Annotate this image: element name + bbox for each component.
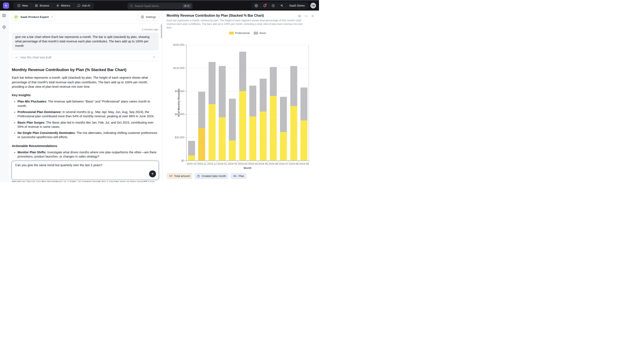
bar-segment-professional[interactable] bbox=[209, 104, 216, 160]
bar-2024-08 bbox=[290, 45, 297, 160]
bar-segment-basic[interactable] bbox=[219, 66, 226, 117]
x-axis-title: Month bbox=[186, 166, 309, 170]
bar-2024-01 bbox=[219, 45, 226, 160]
chart-panel-title: Monthly Revenue Contribution by Plan (St… bbox=[167, 14, 315, 18]
settings-gear-button[interactable] bbox=[252, 3, 260, 9]
chart-legend: ProfessionalBasic bbox=[186, 32, 309, 34]
x-tick bbox=[258, 161, 258, 162]
how-chart-built-toggle[interactable]: How this chart was built bbox=[12, 54, 159, 61]
nav-ask-ai-button[interactable]: Ask AI bbox=[74, 3, 94, 9]
bar-segment-professional[interactable] bbox=[219, 117, 226, 160]
nav-browse-label: Browse bbox=[40, 4, 49, 7]
workspace-name[interactable]: SaaS Demo bbox=[286, 3, 308, 9]
chart-line-icon bbox=[15, 56, 18, 59]
bar-segment-professional[interactable] bbox=[239, 91, 246, 160]
eye-icon[interactable] bbox=[298, 14, 301, 18]
key-insights-heading: Key Insights bbox=[12, 93, 159, 97]
send-button[interactable] bbox=[149, 170, 156, 177]
bar-segment-basic[interactable] bbox=[198, 92, 205, 128]
new-thread-icon[interactable] bbox=[2, 25, 6, 29]
calendar-icon bbox=[197, 174, 200, 178]
chat-scrollbar-thumb[interactable] bbox=[161, 24, 162, 38]
help-button[interactable] bbox=[269, 3, 277, 9]
user-message: give me a bar chart where Each bar repre… bbox=[12, 32, 159, 50]
legend-label: Professional bbox=[235, 32, 250, 34]
search-icon bbox=[130, 4, 133, 8]
agent-selector[interactable]: SP SaaS Product Expert bbox=[12, 13, 56, 21]
agent-name: SaaS Product Expert bbox=[21, 16, 49, 18]
y-tick-label: $150,000 bbox=[167, 43, 184, 46]
legend-item-professional[interactable]: Professional bbox=[229, 32, 250, 34]
bar-segment-professional[interactable] bbox=[229, 140, 236, 160]
nav-browse-button[interactable]: Browse bbox=[32, 3, 53, 9]
nav-icon-group: SaaS Demo bbox=[252, 2, 308, 9]
bar-segment-professional[interactable] bbox=[290, 106, 297, 160]
chat-panel: SP SaaS Product Expert Settings 3 minute… bbox=[9, 10, 162, 182]
bar-segment-basic[interactable] bbox=[249, 86, 256, 116]
bar-2024-04 bbox=[249, 45, 256, 160]
bar-segment-professional[interactable] bbox=[270, 96, 277, 160]
nav-metrics-button[interactable]: Metrics bbox=[53, 3, 74, 9]
top-nav: New Browse Metrics Ask AI Search SaaS De… bbox=[0, 0, 319, 10]
y-tick bbox=[185, 91, 186, 91]
legend-label: Basic bbox=[260, 32, 266, 34]
bar-segment-basic[interactable] bbox=[270, 67, 277, 96]
chat-input[interactable]: Can you give the same trend but quarterl… bbox=[12, 161, 159, 180]
numeric-field-icon: 123 bbox=[169, 175, 172, 177]
field-chips: 123 Total amount Created date month Abc … bbox=[167, 173, 247, 179]
chip-plan[interactable]: Abc Plan bbox=[230, 173, 247, 179]
y-tick bbox=[185, 114, 186, 114]
bar-segment-professional[interactable] bbox=[300, 120, 307, 160]
bar-segment-professional[interactable] bbox=[198, 128, 205, 160]
app-logo[interactable] bbox=[3, 2, 9, 9]
y-tick-label: $60,000 bbox=[167, 112, 184, 116]
ai-sparkles-button[interactable] bbox=[277, 3, 286, 9]
y-tick-label: $0 bbox=[167, 159, 184, 162]
user-avatar[interactable]: TW bbox=[310, 3, 316, 8]
search-input[interactable]: Search SaaS Demo ⌘+K bbox=[128, 3, 193, 9]
chip-created-date-month[interactable]: Created date month bbox=[194, 173, 228, 179]
chip-total-amount[interactable]: 123 Total amount bbox=[167, 173, 192, 179]
x-tick bbox=[299, 161, 299, 162]
nav-ask-ai-label: Ask AI bbox=[82, 4, 90, 7]
settings-button[interactable]: Settings bbox=[138, 14, 159, 21]
legend-item-basic[interactable]: Basic bbox=[253, 32, 266, 34]
bar-2023-12 bbox=[209, 45, 216, 160]
y-tick bbox=[185, 138, 186, 138]
bar-2024-06 bbox=[270, 45, 277, 160]
key-insights-list: Plan Mix Fluctuates: The revenue split b… bbox=[12, 99, 159, 139]
sidebar-toggle-icon[interactable] bbox=[2, 14, 6, 18]
bar-2024-05 bbox=[260, 45, 267, 160]
bar-segment-professional[interactable] bbox=[188, 156, 195, 160]
notifications-button[interactable] bbox=[260, 3, 269, 9]
bar-segment-professional[interactable] bbox=[260, 112, 267, 160]
bar-segment-basic[interactable] bbox=[239, 52, 246, 91]
bar-segment-professional[interactable] bbox=[249, 116, 256, 160]
chart-panel: Monthly Revenue Contribution by Plan (St… bbox=[162, 10, 319, 182]
chevron-up-down-icon bbox=[152, 56, 156, 59]
x-tick bbox=[278, 161, 278, 162]
main-area: SP SaaS Product Expert Settings 3 minute… bbox=[0, 10, 319, 182]
arrow-up-icon bbox=[151, 172, 154, 176]
bar-segment-basic[interactable] bbox=[280, 97, 287, 132]
bar-segment-professional[interactable] bbox=[280, 132, 287, 160]
bar-segment-basic[interactable] bbox=[260, 79, 267, 112]
nav-new-button[interactable]: New bbox=[14, 3, 32, 9]
nav-right-cluster: SaaS Demo TW bbox=[252, 2, 316, 9]
bar-2024-03 bbox=[239, 45, 246, 160]
more-options-icon[interactable] bbox=[304, 14, 308, 18]
close-icon[interactable] bbox=[311, 14, 314, 18]
bar-segment-basic[interactable] bbox=[188, 141, 195, 156]
bar-segment-basic[interactable] bbox=[290, 66, 297, 106]
chart-panel-subtitle: Each bar represents a month, stacked by … bbox=[167, 19, 306, 30]
grid-icon bbox=[35, 4, 38, 7]
bar-segment-basic[interactable] bbox=[229, 99, 236, 140]
answer-intro: Each bar below represents a month, split… bbox=[12, 76, 159, 89]
answer-bullet: Basic Plan Surges: The Basic plan led in… bbox=[18, 120, 159, 129]
bar-segment-basic[interactable] bbox=[209, 62, 216, 104]
bar-segment-basic[interactable] bbox=[300, 88, 307, 120]
nav-button-group: New Browse Metrics Ask AI bbox=[14, 2, 94, 9]
settings-label: Settings bbox=[146, 16, 156, 18]
nav-new-label: New bbox=[22, 4, 28, 7]
app: New Browse Metrics Ask AI Search SaaS De… bbox=[0, 0, 319, 182]
